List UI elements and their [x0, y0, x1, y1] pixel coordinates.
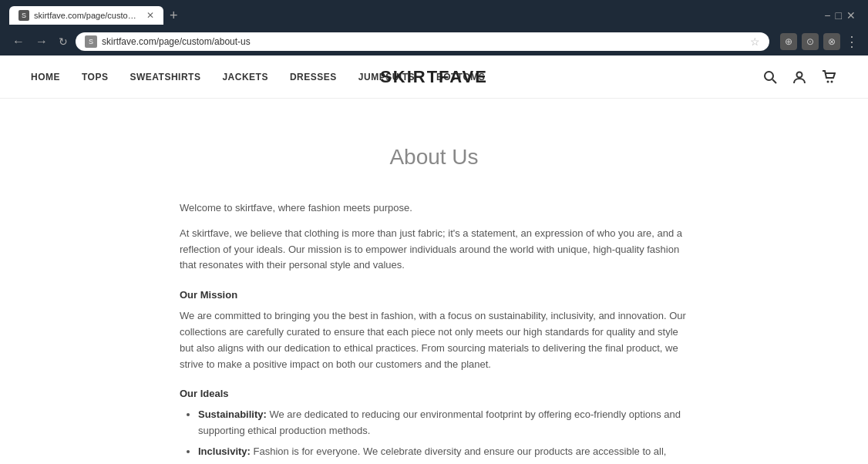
ideal-term-2: Inclusivity: [198, 446, 251, 457]
svg-point-0 [765, 72, 773, 80]
url-bar[interactable]: S skirtfave.com/page/custom/about-us ☆ [76, 32, 769, 51]
nav-jackets[interactable]: JACKETS [222, 72, 268, 82]
browser-controls: ← → ↻ S skirtfave.com/page/custom/about-… [9, 29, 859, 55]
forward-button[interactable]: → [32, 33, 51, 50]
ideals-section: Our Ideals Sustainability: We are dedica… [180, 388, 688, 464]
svg-point-2 [797, 72, 802, 77]
extension-icon-3[interactable]: ⊗ [823, 33, 840, 50]
description-paragraph: At skirtfave, we believe that clothing i… [180, 226, 688, 274]
restore-button[interactable]: □ [836, 9, 842, 22]
site-logo[interactable]: SKIRTFAVE [380, 67, 488, 87]
svg-line-1 [772, 79, 776, 83]
new-tab-button[interactable]: + [163, 8, 184, 24]
svg-point-4 [831, 80, 833, 82]
ideal-term-1: Sustainability: [198, 409, 267, 420]
intro-section: Welcome to skirtfave, where fashion meet… [180, 200, 688, 274]
tab-close-button[interactable]: ✕ [146, 10, 154, 21]
main-content-area: About Us Welcome to skirtfave, where fas… [0, 99, 868, 464]
nav-dresses[interactable]: DRESSES [290, 72, 337, 82]
ideal-desc-1: We are dedicated to reducing our environ… [198, 409, 681, 436]
ideal-desc-2: Fashion is for everyone. We celebrate di… [198, 446, 666, 464]
close-window-button[interactable]: ✕ [846, 9, 856, 22]
nav-home[interactable]: HOME [31, 72, 60, 82]
page-title: About Us [180, 145, 688, 170]
extension-icon-1[interactable]: ⊕ [780, 33, 797, 50]
tab-title: skirtfave.com/page/custom/ab... [34, 11, 142, 20]
browser-menu-button[interactable]: ⋮ [845, 33, 859, 50]
browser-tab-active: S skirtfave.com/page/custom/ab... ✕ [9, 6, 163, 25]
url-text: skirtfave.com/page/custom/about-us [102, 36, 745, 47]
mission-heading: Our Mission [180, 289, 688, 301]
site-navigation: HOME TOPS SWEATSHIRTS JACKETS DRESSES JU… [0, 55, 868, 99]
list-item: Inclusivity: Fashion is for everyone. We… [198, 444, 688, 464]
nav-tops[interactable]: TOPS [82, 72, 108, 82]
extension-icons: ⊕ ⊙ ⊗ [780, 33, 840, 50]
list-item: Sustainability: We are dedicated to redu… [198, 407, 688, 439]
nav-sweatshirts[interactable]: SWEATSHIRTS [130, 72, 200, 82]
bookmark-star-icon[interactable]: ☆ [750, 35, 760, 48]
svg-point-3 [827, 80, 829, 82]
account-icon[interactable] [791, 69, 808, 86]
browser-chrome: S skirtfave.com/page/custom/ab... ✕ + − … [0, 0, 868, 55]
back-button[interactable]: ← [9, 33, 28, 50]
ideals-list: Sustainability: We are dedicated to redu… [198, 407, 688, 464]
about-us-content: About Us Welcome to skirtfave, where fas… [87, 114, 781, 464]
mission-section: Our Mission We are committed to bringing… [180, 289, 688, 372]
mission-text: We are committed to bringing you the bes… [180, 308, 688, 372]
search-icon[interactable] [762, 69, 779, 86]
cart-icon[interactable] [820, 69, 837, 86]
tab-favicon: S [19, 10, 29, 21]
extension-icon-2[interactable]: ⊙ [802, 33, 819, 50]
minimize-button[interactable]: − [824, 9, 830, 22]
site-favicon: S [85, 35, 97, 48]
ideals-heading: Our Ideals [180, 388, 688, 399]
intro-paragraph: Welcome to skirtfave, where fashion meet… [180, 200, 688, 217]
browser-tabs: S skirtfave.com/page/custom/ab... ✕ + − … [9, 6, 859, 25]
nav-icons [762, 69, 837, 86]
refresh-button[interactable]: ↻ [56, 34, 71, 49]
